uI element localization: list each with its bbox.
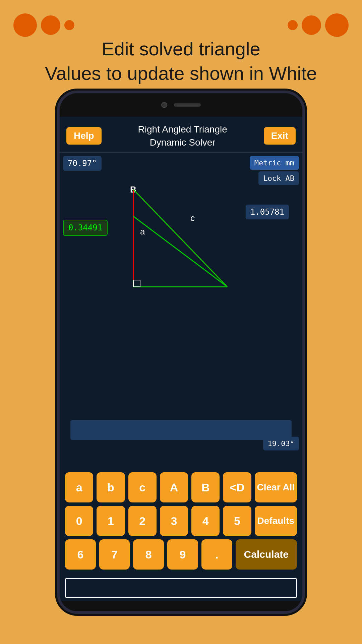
key-7[interactable]: 7 <box>99 539 130 570</box>
header-text: Edit solved triangle Values to update sh… <box>0 37 362 86</box>
phone-top-bar <box>60 93 302 117</box>
key-row-2: 0 1 2 3 4 5 Defaults <box>65 506 297 536</box>
key-row-1: a b c A B <D Clear All <box>65 472 297 502</box>
top-dots-left <box>13 13 74 37</box>
phone-frame: Help Right Angled Triangle Dynamic Solve… <box>57 91 305 614</box>
app-title: Right Angled Triangle Dynamic Solver <box>138 123 227 149</box>
triangle-diagram <box>86 183 247 310</box>
metric-button[interactable]: Metric mm <box>250 156 299 170</box>
app-title-line1: Right Angled Triangle <box>138 123 227 136</box>
key-row-3: 6 7 8 9 . Calculate <box>65 539 297 570</box>
app-content: Help Right Angled Triangle Dynamic Solve… <box>60 117 302 601</box>
app-header: Help Right Angled Triangle Dynamic Solve… <box>60 117 302 153</box>
input-display <box>70 420 292 440</box>
key-1[interactable]: 1 <box>97 506 125 536</box>
dot-6 <box>325 13 349 37</box>
svg-rect-5 <box>133 280 140 287</box>
key-2[interactable]: 2 <box>128 506 157 536</box>
key-a[interactable]: a <box>65 472 93 502</box>
svg-line-4 <box>133 216 227 287</box>
side-c-display[interactable]: 1.05781 <box>246 205 289 219</box>
key-4[interactable]: 4 <box>191 506 220 536</box>
dot-3 <box>64 20 74 30</box>
svg-line-3 <box>133 190 227 287</box>
keyboard: a b c A B <D Clear All 0 1 2 3 4 5 Defau… <box>60 469 302 576</box>
camera <box>161 102 167 108</box>
speaker <box>174 103 201 107</box>
key-A[interactable]: A <box>160 472 188 502</box>
dot-5 <box>302 15 321 35</box>
key-del[interactable]: <D <box>223 472 251 502</box>
calculate-button[interactable]: Calculate <box>236 539 297 570</box>
key-0[interactable]: 0 <box>65 506 93 536</box>
defaults-button[interactable]: Defaults <box>255 506 297 536</box>
key-8[interactable]: 8 <box>133 539 164 570</box>
help-button[interactable]: Help <box>66 127 102 145</box>
key-3[interactable]: 3 <box>160 506 188 536</box>
top-dots-right <box>288 13 349 37</box>
phone-bottom-bar <box>60 601 302 611</box>
dot-1 <box>13 13 37 37</box>
header-line1: Edit solved triangle <box>0 37 362 61</box>
key-c[interactable]: c <box>128 472 157 502</box>
lock-ab-button[interactable]: Lock AB <box>258 171 299 185</box>
app-title-line2: Dynamic Solver <box>138 136 227 149</box>
bottom-input-bar[interactable] <box>65 578 297 598</box>
angle-b-display[interactable]: 70.97° <box>63 156 102 171</box>
key-b[interactable]: b <box>97 472 125 502</box>
header-line2: Values to update shown in White <box>0 61 362 86</box>
clear-all-button[interactable]: Clear All <box>255 472 297 502</box>
dot-2 <box>41 15 60 35</box>
dot-4 <box>288 20 298 30</box>
key-9[interactable]: 9 <box>167 539 198 570</box>
key-B[interactable]: B <box>191 472 220 502</box>
key-dot[interactable]: . <box>201 539 232 570</box>
exit-button[interactable]: Exit <box>264 127 296 145</box>
triangle-area: 70.97° Metric mm Lock AB 0.34491 1.05781… <box>60 153 302 469</box>
key-6[interactable]: 6 <box>65 539 96 570</box>
key-5[interactable]: 5 <box>223 506 251 536</box>
